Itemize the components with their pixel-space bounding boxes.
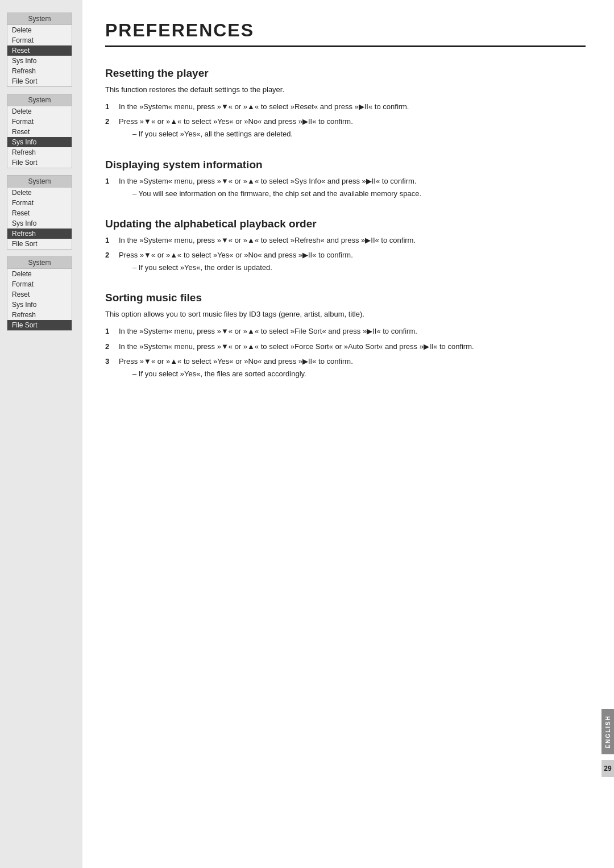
menu-widget-1: SystemDeleteFormatResetSys InfoRefreshFi… — [7, 94, 72, 168]
step-sysinfo-0: 1In the »System« menu, press »▼« or »▲« … — [105, 176, 586, 200]
step-num-reset-0: 1 — [105, 101, 114, 113]
section-title-filesort: Sorting music files — [105, 292, 586, 304]
step-content-filesort-1: In the »System« menu, press »▼« or »▲« t… — [119, 341, 586, 352]
section-intro-reset: This function restores the default setti… — [105, 84, 586, 95]
step-num-filesort-1: 2 — [105, 341, 114, 352]
menu-item-format-3[interactable]: Format — [7, 279, 72, 289]
step-sub-refresh-1: – If you select »Yes«, the order is upda… — [119, 262, 586, 273]
menu-item-file-sort-0[interactable]: File Sort — [7, 76, 72, 86]
step-filesort-1: 2In the »System« menu, press »▼« or »▲« … — [105, 341, 586, 352]
menu-item-reset-1[interactable]: Reset — [7, 127, 72, 137]
step-filesort-2: 3Press »▼« or »▲« to select »Yes« or »No… — [105, 356, 586, 380]
menu-item-delete-2[interactable]: Delete — [7, 188, 72, 198]
menu-item-reset-3[interactable]: Reset — [7, 289, 72, 300]
menu-item-delete-3[interactable]: Delete — [7, 269, 72, 279]
section-title-sysinfo: Displaying system information — [105, 159, 586, 171]
menu-item-format-1[interactable]: Format — [7, 117, 72, 127]
menu-item-refresh-2[interactable]: Refresh — [7, 229, 72, 239]
main-content: PREFERENCES Resetting the playerThis fun… — [88, 0, 614, 426]
step-num-reset-1: 2 — [105, 116, 114, 140]
step-num-refresh-1: 2 — [105, 250, 114, 273]
menu-item-file-sort-1[interactable]: File Sort — [7, 157, 72, 168]
section-intro-filesort: This option allows you to sort music fil… — [105, 309, 586, 320]
step-sub-reset-1: – If you select »Yes«, all the settings … — [119, 128, 586, 140]
menu-item-sys-info-0[interactable]: Sys Info — [7, 56, 72, 66]
menu-item-reset-0[interactable]: Reset — [7, 45, 72, 56]
english-label: ENGLISH — [605, 715, 611, 748]
step-num-filesort-2: 3 — [105, 356, 114, 380]
page-number: 29 — [601, 760, 614, 777]
menu-item-file-sort-3[interactable]: File Sort — [7, 320, 72, 330]
menu-item-reset-2[interactable]: Reset — [7, 208, 72, 218]
menu-widget-3: SystemDeleteFormatResetSys InfoRefreshFi… — [7, 256, 72, 331]
section-refresh: Updating the alphabetical playback order… — [105, 218, 586, 273]
step-content-reset-0: In the »System« menu, press »▼« or »▲« t… — [119, 101, 586, 113]
step-content-refresh-1: Press »▼« or »▲« to select »Yes« or »No«… — [119, 250, 586, 273]
menu-item-delete-0[interactable]: Delete — [7, 25, 72, 35]
menu-item-refresh-3[interactable]: Refresh — [7, 310, 72, 320]
step-num-sysinfo-0: 1 — [105, 176, 114, 200]
step-sub-filesort-2: – If you select »Yes«, the files are sor… — [119, 368, 586, 380]
sections-container: Resetting the playerThis function restor… — [105, 67, 586, 380]
step-content-sysinfo-0: In the »System« menu, press »▼« or »▲« t… — [119, 176, 586, 200]
menu-title-3: System — [7, 257, 72, 269]
menu-item-format-0[interactable]: Format — [7, 35, 72, 45]
menu-item-sys-info-1[interactable]: Sys Info — [7, 137, 72, 147]
step-reset-1: 2Press »▼« or »▲« to select »Yes« or »No… — [105, 116, 586, 140]
step-content-filesort-0: In the »System« menu, press »▼« or »▲« t… — [119, 326, 586, 337]
step-num-refresh-0: 1 — [105, 235, 114, 246]
step-content-refresh-0: In the »System« menu, press »▼« or »▲« t… — [119, 235, 586, 246]
english-tab: ENGLISH — [601, 709, 614, 754]
menu-title-1: System — [7, 94, 72, 106]
step-content-filesort-2: Press »▼« or »▲« to select »Yes« or »No«… — [119, 356, 586, 380]
menu-item-refresh-0[interactable]: Refresh — [7, 66, 72, 76]
step-filesort-0: 1In the »System« menu, press »▼« or »▲« … — [105, 326, 586, 337]
page-title: PREFERENCES — [105, 20, 586, 47]
menu-item-refresh-1[interactable]: Refresh — [7, 147, 72, 157]
step-refresh-0: 1In the »System« menu, press »▼« or »▲« … — [105, 235, 586, 246]
step-sub-sysinfo-0: – You will see information on the firmwa… — [119, 188, 586, 200]
menu-item-format-2[interactable]: Format — [7, 198, 72, 208]
step-num-filesort-0: 1 — [105, 326, 114, 337]
section-title-reset: Resetting the player — [105, 67, 586, 80]
section-title-refresh: Updating the alphabetical playback order — [105, 218, 586, 230]
section-filesort: Sorting music filesThis option allows yo… — [105, 292, 586, 380]
section-sysinfo: Displaying system information1In the »Sy… — [105, 159, 586, 200]
menu-item-file-sort-2[interactable]: File Sort — [7, 239, 72, 249]
step-content-reset-1: Press »▼« or »▲« to select »Yes« or »No«… — [119, 116, 586, 140]
step-refresh-1: 2Press »▼« or »▲« to select »Yes« or »No… — [105, 250, 586, 273]
section-reset: Resetting the playerThis function restor… — [105, 67, 586, 140]
sidebar-menus: SystemDeleteFormatResetSys InfoRefreshFi… — [0, 0, 82, 343]
menu-item-sys-info-2[interactable]: Sys Info — [7, 218, 72, 229]
menu-item-sys-info-3[interactable]: Sys Info — [7, 300, 72, 310]
menu-widget-2: SystemDeleteFormatResetSys InfoRefreshFi… — [7, 175, 72, 250]
step-reset-0: 1In the »System« menu, press »▼« or »▲« … — [105, 101, 586, 113]
sidebar: SystemDeleteFormatResetSys InfoRefreshFi… — [0, 0, 82, 868]
menu-title-0: System — [7, 13, 72, 25]
menu-item-delete-1[interactable]: Delete — [7, 106, 72, 117]
menu-widget-0: SystemDeleteFormatResetSys InfoRefreshFi… — [7, 13, 72, 87]
menu-title-2: System — [7, 176, 72, 188]
